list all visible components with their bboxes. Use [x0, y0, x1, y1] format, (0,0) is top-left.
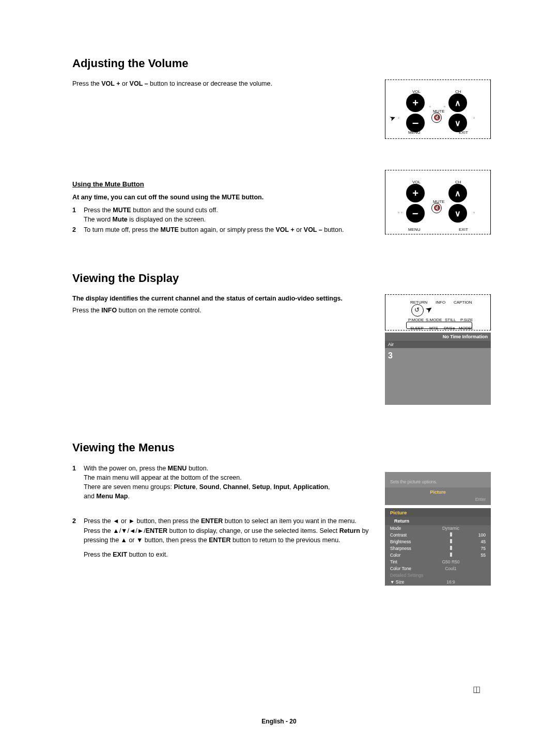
volume-intro: Press the VOL + or VOL – button to incre… — [72, 80, 375, 89]
ch-up-button: ∧ — [448, 93, 467, 112]
menu-item-row: Color55 — [385, 552, 491, 559]
mute-button: 🔇 — [431, 113, 442, 123]
ch-up-button: ∧ — [448, 184, 467, 202]
osd-display-panel: No Time Information Air 3 — [385, 333, 491, 405]
menu-item-row: Color ToneCool1 — [385, 565, 491, 572]
menu-item-row: ▼ Size16:9 — [385, 579, 491, 586]
page-footer: English - 20 — [0, 718, 558, 725]
menu-return: Return — [385, 517, 491, 525]
mute-lead: At any time, you can cut off the sound u… — [72, 193, 375, 202]
section-viewing-display: Viewing the Display The display identifi… — [72, 272, 491, 405]
display-lead: The display identifies the current chann… — [72, 294, 375, 304]
vol-plus-button: + — [406, 184, 425, 202]
mute-step-2: 2 To turn mute off, press the MUTE butto… — [72, 225, 375, 234]
section-viewing-menus: Viewing the Menus 1 With the power on, p… — [72, 441, 491, 586]
osd-menu-preview: Sets the picture options. Picture Enter — [385, 472, 491, 505]
pointer-arrow: ➤ — [389, 113, 397, 122]
menu-picture: Picture — [385, 487, 491, 496]
mute-step-1: 1 Press the MUTE button and the sound cu… — [72, 206, 375, 224]
osd-source-row: Air — [385, 341, 491, 348]
return-button: ↺ — [411, 304, 424, 317]
display-body: Press the INFO button on the remote cont… — [72, 306, 375, 316]
osd-channel: 3 — [385, 349, 491, 363]
remote-diagram-info: RETURN INFO CAPTION ↺ P.MODE S.MODE STIL… — [385, 294, 491, 330]
heading-volume: Adjusting the Volume — [72, 57, 491, 70]
menu-item-row: TintG50 R50 — [385, 559, 491, 565]
osd-menu-detail: Picture Return ModeDynamicContrast100Bri… — [385, 508, 491, 586]
menu-item-row: Contrast100 — [385, 532, 491, 539]
vol-plus-button: + — [406, 93, 425, 112]
menu-enter: Enter — [385, 496, 491, 505]
menu-item-row: Detailed Settings — [385, 572, 491, 579]
ch-down-button: ∨ — [448, 204, 467, 223]
menu-item-row: Brightness45 — [385, 539, 491, 545]
section-adjusting-volume: Adjusting the Volume Press the VOL + or … — [72, 57, 491, 235]
menu-item-row: Sharpness75 — [385, 545, 491, 552]
heading-menus: Viewing the Menus — [72, 441, 491, 454]
mute-button-highlight: 🔇 — [431, 203, 442, 213]
remote-diagram-mute: VOL CH MUTE MENU EXIT + – ∧ ∨ 🔇 ➤ — [385, 170, 491, 234]
menu-desc: Sets the picture options. — [385, 472, 491, 487]
menu-step-1: 1 With the power on, press the MENU butt… — [72, 464, 375, 501]
osd-title: No Time Information — [385, 333, 491, 341]
menu-item-row: ModeDynamic — [385, 525, 491, 532]
page-turn-icon: ◫ — [473, 684, 481, 694]
subhead-mute: Using the Mute Button — [72, 180, 375, 188]
vol-minus-button: – — [406, 114, 425, 132]
pointer-arrow: ➤ — [424, 303, 435, 315]
remote-diagram-volume: VOL CH MUTE MENU EXIT + – ∧ ∨ 🔇 ➤ — [385, 80, 491, 139]
ch-down-button: ∨ — [448, 114, 467, 132]
menu-section-title: Picture — [385, 508, 491, 517]
heading-display: Viewing the Display — [72, 272, 491, 285]
menu-step-2: 2 Press the ◄ or ► button, then press th… — [72, 516, 375, 559]
